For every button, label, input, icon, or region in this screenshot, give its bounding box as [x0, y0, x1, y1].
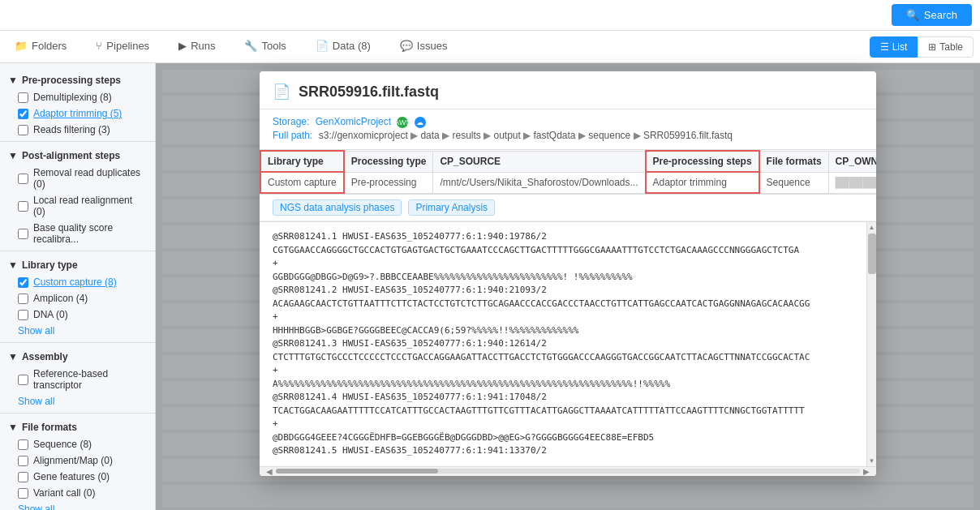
h-scroll-thumb[interactable]: [276, 469, 438, 474]
col-cp-source: CP_SOURCE: [433, 151, 646, 172]
content-line: @DBDGGG4GEEE?4CGGGËDHFB=GGEBGGGËB@DGGGDB…: [273, 431, 863, 445]
sequence-checkbox[interactable]: [18, 439, 28, 450]
cell-pre-processing-steps: Adaptor trimming: [646, 172, 759, 193]
view-toggle: ☰ List ⊞ Table: [870, 36, 974, 58]
scroll-right-arrow[interactable]: ▶: [860, 467, 873, 476]
alignment-checkbox[interactable]: [18, 456, 28, 466]
library-type-label: Library type: [22, 259, 78, 271]
cell-cp-source: /mnt/c/Users/Nikita_Shaforostov/Download…: [433, 172, 646, 193]
cell-cp-owner: ██████████: [828, 172, 876, 193]
table-icon: ⊞: [928, 41, 936, 53]
scroll-thumb[interactable]: [868, 234, 876, 274]
horizontal-scrollbar[interactable]: ◀ ▶: [260, 466, 876, 476]
content-line: TCACTGGACAAGAATTTTTCCATCATTTGCCACTAAGTTT…: [273, 405, 863, 418]
ref-based-checkbox[interactable]: [18, 375, 28, 385]
modal-table-wrap: Library type Processing type CP_SOURCE P…: [260, 150, 876, 195]
section-pre-processing[interactable]: ▼ Pre-processing steps: [0, 70, 155, 89]
search-button[interactable]: 🔍 Search: [892, 4, 972, 26]
chevron-down-icon-3: ▼: [8, 259, 18, 271]
content-line: CTCTTTGTGCTGCCCTCCCCCTCCCTGACCAGGAAGATTA…: [273, 351, 863, 365]
storage-name: GenXomicProject: [316, 116, 391, 127]
sidebar-item-alignment[interactable]: Alignment/Map (0): [0, 452, 155, 469]
search-icon: 🔍: [906, 9, 919, 21]
scroll-left-arrow[interactable]: ◀: [263, 467, 276, 476]
tab-pipelines[interactable]: ⑂ Pipelines: [81, 31, 164, 63]
top-bar: 🔍 Search: [0, 0, 980, 31]
amplicon-checkbox[interactable]: [18, 294, 28, 304]
tab-folders-label: Folders: [32, 40, 67, 52]
scroll-down-arrow[interactable]: ▼: [867, 456, 876, 466]
pipelines-icon: ⑂: [96, 40, 102, 52]
section-assembly[interactable]: ▼ Assembly: [0, 346, 155, 366]
sidebar-item-sequence[interactable]: Sequence (8): [0, 436, 155, 452]
content-line: +: [273, 257, 863, 271]
assembly-label: Assembly: [22, 351, 68, 362]
sidebar-item-amplicon[interactable]: Amplicon (4): [0, 290, 155, 306]
pre-processing-label: Pre-processing steps: [22, 75, 121, 86]
file-icon: 📄: [273, 83, 290, 101]
adaptor-trimming-checkbox[interactable]: [18, 109, 28, 119]
table-view-button[interactable]: ⊞ Table: [918, 36, 974, 58]
show-all-assembly[interactable]: Show all: [0, 393, 155, 409]
show-all-library[interactable]: Show all: [0, 323, 155, 339]
sidebar-item-dna[interactable]: DNA (0): [0, 306, 155, 323]
demultiplexing-checkbox[interactable]: [18, 92, 28, 103]
reads-filtering-checkbox[interactable]: [18, 125, 28, 135]
content-line: +: [273, 418, 863, 431]
sidebar: ▼ Pre-processing steps Demultiplexing (8…: [0, 63, 156, 510]
cell-library-type: Custom capture: [260, 172, 344, 193]
content-line: @SRR081241.4 HWUSI-EAS635_105240777:6:1:…: [273, 391, 863, 405]
variant-call-checkbox[interactable]: [18, 488, 28, 499]
sidebar-item-gene-features[interactable]: Gene features (0): [0, 469, 155, 485]
tags-row: NGS data analysis phases Primary Analysi…: [260, 195, 876, 221]
file-formats-label: File formats: [22, 422, 77, 433]
sidebar-item-adaptor-trimming[interactable]: Adaptor trimming (5): [0, 105, 155, 122]
local-read-checkbox[interactable]: [18, 201, 28, 212]
list-view-button[interactable]: ☰ List: [870, 36, 918, 58]
tab-issues[interactable]: 💬 Issues: [385, 31, 462, 63]
nav-tabs: 📁 Folders ⑂ Pipelines ▶ Runs 🔧 Tools 📄 D…: [0, 31, 980, 63]
metadata-table: Library type Processing type CP_SOURCE P…: [260, 150, 876, 194]
tag-ngs: NGS data analysis phases: [273, 199, 402, 216]
custom-capture-checkbox[interactable]: [18, 277, 28, 288]
tab-tools[interactable]: 🔧 Tools: [230, 31, 300, 63]
tab-folders[interactable]: 📁 Folders: [0, 31, 81, 63]
sidebar-item-removal-read[interactable]: Removal read duplicates (0): [0, 165, 155, 192]
content-line: @SRR081241.2 HWUSI-EAS635_105240777:6:1:…: [273, 284, 863, 298]
show-all-file-formats[interactable]: Show all: [0, 501, 155, 510]
col-pre-processing-steps: Pre-processing steps: [646, 151, 759, 172]
tab-data[interactable]: 📄 Data (8): [301, 31, 385, 63]
sidebar-item-custom-capture[interactable]: Custom capture (8): [0, 274, 155, 290]
content-line: +: [273, 311, 863, 324]
cell-processing-type: Pre-processing: [344, 172, 433, 193]
scroll-up-arrow[interactable]: ▲: [867, 222, 876, 232]
tab-runs[interactable]: ▶ Runs: [164, 31, 230, 63]
col-file-formats: File formats: [759, 151, 829, 172]
list-icon: ☰: [880, 41, 889, 53]
sidebar-item-reads-filtering[interactable]: Reads filtering (3): [0, 122, 155, 138]
sidebar-item-variant-call[interactable]: Variant call (0): [0, 485, 155, 501]
modal-meta: Storage: GenXomicProject AWS ☁ Full path…: [260, 109, 876, 150]
base-quality-checkbox[interactable]: [18, 229, 28, 239]
content-line: ACAGAAGCAACTCTGTTAATTTCTTCTACTCCTGTCTCTT…: [273, 298, 863, 311]
dna-checkbox[interactable]: [18, 310, 28, 320]
removal-read-checkbox[interactable]: [18, 174, 28, 184]
file-content[interactable]: @SRR081241.1 HWUSI-EAS635_105240777:6:1:…: [260, 222, 876, 466]
section-file-formats[interactable]: ▼ File formats: [0, 417, 155, 436]
fullpath-value: s3://genxomicproject ▶ data ▶ results ▶ …: [319, 130, 733, 141]
section-library-type[interactable]: ▼ Library type: [0, 255, 155, 274]
sidebar-item-local-read[interactable]: Local read realignment (0): [0, 192, 155, 220]
sidebar-item-demultiplexing[interactable]: Demultiplexing (8): [0, 89, 155, 105]
post-alignment-label: Post-alignment steps: [22, 150, 120, 161]
vertical-scrollbar[interactable]: ▲ ▼: [866, 222, 876, 466]
tab-runs-label: Runs: [191, 40, 215, 52]
section-post-alignment[interactable]: ▼ Post-alignment steps: [0, 145, 155, 165]
chevron-down-icon-4: ▼: [8, 351, 18, 362]
sidebar-item-ref-based[interactable]: Reference-based transcriptor: [0, 366, 155, 393]
content-area: 📄 SRR059916.filt.fastq Storage: GenXomic…: [156, 63, 980, 510]
storage-label: Storage:: [273, 116, 309, 127]
gene-features-checkbox[interactable]: [18, 472, 28, 482]
sidebar-item-base-quality[interactable]: Base quality score recalibra...: [0, 220, 155, 247]
content-line: A%%%%%%%%%%%%%%%%%%%%%%%%%%%%%%%%%%%%%%%…: [273, 378, 863, 392]
content-line: @SRR081241.5 HWUSI-EAS635_105240777:6:1:…: [273, 444, 863, 458]
